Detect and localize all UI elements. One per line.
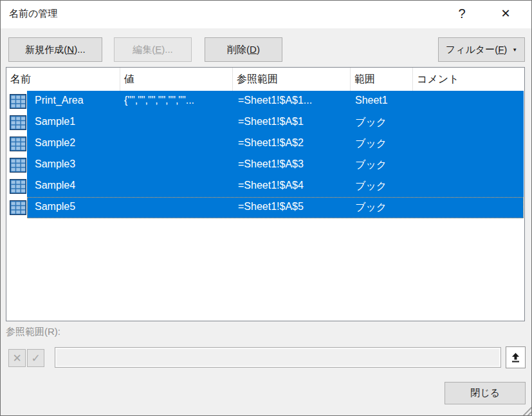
- defined-name-icon: [10, 115, 26, 130]
- cell-refers-to: =Sheet1!$A$2: [238, 137, 304, 149]
- resize-grip[interactable]: [521, 405, 531, 415]
- edit-button: 編集(E)...: [114, 37, 192, 62]
- delete-button[interactable]: 削除(D): [205, 37, 282, 62]
- cell-name: Print_Area: [35, 95, 84, 106]
- cell-scope: Sheet1: [355, 95, 388, 106]
- table-row[interactable]: Print_Area{"","","","","",""...=Sheet1!$…: [6, 91, 524, 112]
- edit-button-label: 編集(E)...: [133, 44, 173, 56]
- defined-name-icon: [10, 200, 26, 215]
- titlebar: 名前の管理 ? ✕: [1, 1, 531, 28]
- defined-name-icon: [10, 94, 26, 109]
- cell-scope: ブック: [355, 180, 387, 193]
- defined-name-icon: [10, 137, 26, 151]
- filter-button[interactable]: フィルター(F) ▼: [438, 37, 525, 62]
- cell-refers-to: =Sheet1!$A$5: [238, 201, 304, 213]
- name-manager-dialog: 名前の管理 ? ✕ 新規作成(N)... 編集(E)... 削除(D) フィルタ…: [0, 0, 532, 416]
- filter-dropdown-arrow-icon: ▼: [512, 47, 517, 53]
- row-selection: Sample2=Sheet1!$A$2ブック: [27, 133, 524, 155]
- names-list: 名前 値 参照範囲 範囲 コメント Print_Area{"","","",""…: [6, 67, 525, 321]
- filter-button-label: フィルター(F): [446, 44, 508, 56]
- cell-name: Sample1: [35, 116, 75, 128]
- cell-scope: ブック: [355, 158, 387, 172]
- row-selection: Sample3=Sheet1!$A$3ブック: [27, 155, 524, 176]
- column-header-scope[interactable]: 範囲: [351, 68, 413, 91]
- cell-name: Sample3: [35, 158, 75, 170]
- defined-name-icon: [10, 158, 26, 173]
- cancel-icon: ✕: [8, 349, 26, 367]
- table-row[interactable]: Sample1=Sheet1!$A$1ブック: [6, 112, 524, 133]
- confirm-icon: ✓: [27, 349, 44, 367]
- cell-name: Sample4: [35, 180, 75, 191]
- list-header: 名前 値 参照範囲 範囲 コメント: [6, 68, 524, 91]
- cell-refers-to: =Sheet1!$A$3: [238, 158, 304, 170]
- table-row[interactable]: Sample3=Sheet1!$A$3ブック: [6, 155, 524, 176]
- table-row[interactable]: Sample5=Sheet1!$A$5ブック: [6, 197, 524, 218]
- table-row[interactable]: Sample2=Sheet1!$A$2ブック: [6, 133, 524, 155]
- collapse-dialog-icon: [511, 352, 520, 363]
- refers-to-input[interactable]: [55, 347, 501, 368]
- list-rows: Print_Area{"","","","","",""...=Sheet1!$…: [6, 91, 524, 218]
- row-selection: Sample4=Sheet1!$A$4ブック: [27, 176, 524, 197]
- row-selection: Sample1=Sheet1!$A$1ブック: [27, 112, 524, 133]
- column-header-name[interactable]: 名前: [6, 68, 120, 91]
- table-row[interactable]: Sample4=Sheet1!$A$4ブック: [6, 176, 524, 197]
- column-header-refers-to[interactable]: 参照範囲: [233, 68, 351, 91]
- cell-refers-to: =Sheet1!$A$1: [238, 116, 304, 128]
- column-header-value[interactable]: 値: [120, 68, 233, 91]
- row-selection: Print_Area{"","","","","",""...=Sheet1!$…: [27, 91, 524, 112]
- close-dialog-button[interactable]: 閉じる: [445, 382, 526, 404]
- defined-name-icon: [10, 179, 26, 194]
- new-button[interactable]: 新規作成(N)...: [8, 37, 102, 62]
- dialog-title: 名前の管理: [9, 8, 57, 20]
- new-button-label: 新規作成(N)...: [25, 44, 85, 56]
- column-header-comment[interactable]: コメント: [413, 68, 524, 91]
- cell-value: {"","","","","",""...: [124, 95, 194, 106]
- cell-name: Sample2: [35, 137, 75, 149]
- delete-button-label: 削除(D): [227, 44, 260, 56]
- cell-refers-to: =Sheet1!$A$1...: [238, 95, 312, 106]
- cell-scope: ブック: [355, 116, 387, 129]
- collapse-dialog-button[interactable]: [506, 346, 526, 368]
- row-selection: Sample5=Sheet1!$A$5ブック: [27, 197, 524, 218]
- refers-to-label: 参照範囲(R):: [6, 326, 60, 338]
- close-dialog-button-label: 閉じる: [470, 387, 500, 399]
- close-icon[interactable]: ✕: [495, 3, 517, 24]
- cell-scope: ブック: [355, 137, 387, 151]
- cell-scope: ブック: [355, 201, 387, 214]
- cell-name: Sample5: [35, 201, 75, 213]
- help-icon[interactable]: ?: [451, 3, 473, 24]
- cell-refers-to: =Sheet1!$A$4: [238, 180, 304, 191]
